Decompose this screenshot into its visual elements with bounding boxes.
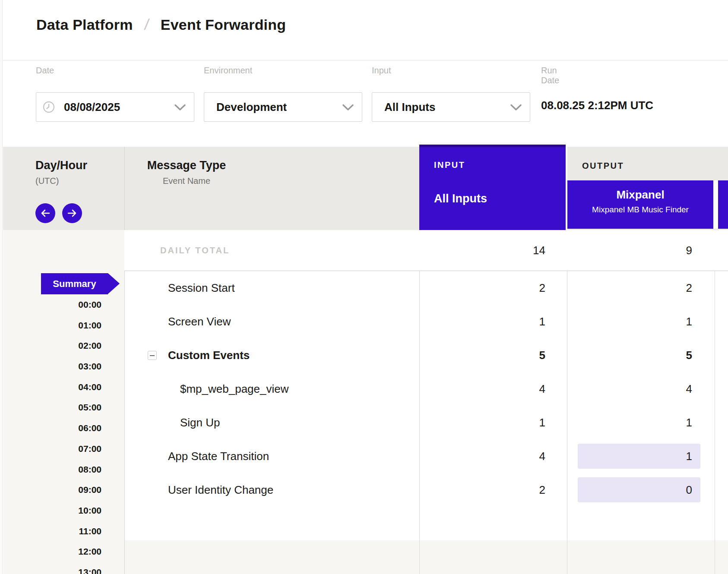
event-label: $mp_web_page_view (180, 372, 289, 406)
daily-total-label: DAILY TOTAL (160, 230, 230, 271)
output-column-header-mixpanel[interactable]: Mixpanel Mixpanel MB Music Finder (567, 180, 713, 229)
summary-row-marker: Summary (3, 273, 101, 294)
breadcrumb: Data Platform / Event Forwarding (36, 16, 286, 34)
hour-item[interactable]: 03:00 (3, 356, 101, 377)
hour-item[interactable]: 08:00 (3, 459, 101, 480)
hour-item[interactable]: 04:00 (3, 377, 101, 397)
input-value: All Inputs (384, 101, 435, 114)
input-count: 1 (539, 305, 545, 338)
environment-filter-label: Environment (204, 66, 252, 76)
input-count: 2 (539, 473, 545, 507)
hour-item[interactable]: 02:00 (3, 335, 101, 356)
output-count: 0 (686, 473, 692, 507)
clock-icon (42, 101, 55, 114)
arrow-left-icon (40, 209, 51, 218)
hour-item[interactable]: 00:00 (3, 294, 101, 315)
hour-item[interactable]: 06:00 (3, 418, 101, 438)
arrow-right-icon (67, 209, 77, 218)
date-dropdown[interactable]: 08/08/2025 (36, 92, 194, 122)
left-edge-panel (0, 0, 3, 574)
input-filter-label: Input (372, 66, 391, 76)
chevron-down-icon (342, 104, 354, 111)
table-header: Day/Hour (UTC) Message Type Event Name I… (3, 147, 728, 230)
hour-item[interactable]: 10:00 (3, 500, 101, 521)
event-label: Sign Up (180, 406, 220, 439)
table-row: Session Start 2 2 (124, 271, 728, 305)
table-row: Sign Up 1 1 (124, 406, 728, 439)
collapse-icon[interactable] (148, 351, 157, 360)
output-column-header-truncated[interactable] (718, 180, 728, 229)
top-bar: Data Platform / Event Forwarding (3, 0, 728, 60)
input-count: 4 (539, 372, 545, 406)
breadcrumb-section[interactable]: Data Platform (36, 16, 133, 33)
highlighted-cell (578, 444, 700, 469)
table-row: Screen View 1 1 (124, 305, 728, 338)
date-value: 08/08/2025 (64, 101, 120, 114)
table-row: App State Transition 4 1 (124, 439, 728, 473)
table-row: $mp_web_page_view 4 4 (124, 372, 728, 406)
date-filter-label: Date (36, 66, 54, 76)
event-label: Session Start (168, 271, 235, 305)
output-column-name: Mixpanel (567, 188, 713, 202)
next-day-button[interactable] (62, 203, 82, 223)
hour-item[interactable]: 13:00 (3, 562, 101, 574)
daily-total-output-value: 9 (686, 230, 692, 271)
output-section-label: OUTPUT (582, 161, 624, 171)
output-count: 4 (686, 372, 692, 406)
output-count: 1 (686, 406, 692, 439)
input-dropdown[interactable]: All Inputs (372, 92, 530, 122)
input-count: 4 (539, 439, 545, 473)
event-label: User Identity Change (168, 473, 273, 507)
event-label: Custom Events (168, 338, 250, 372)
environment-value: Development (216, 101, 287, 114)
event-label: Screen View (168, 305, 231, 338)
page-title: Event Forwarding (161, 16, 286, 33)
hour-item[interactable]: 12:00 (3, 542, 101, 562)
breadcrumb-separator: / (143, 16, 150, 34)
input-count: 5 (539, 338, 545, 372)
hour-item[interactable]: 09:00 (3, 479, 101, 500)
output-count: 1 (686, 305, 692, 338)
output-count: 5 (686, 338, 692, 372)
input-count: 2 (539, 271, 545, 305)
event-name-subtitle: Event Name (139, 176, 234, 186)
input-section-label: INPUT (434, 160, 465, 170)
output-column-subtitle: Mixpanel MB Music Finder (567, 205, 713, 214)
daily-total-input-value: 14 (533, 230, 545, 271)
empty-rows-area (124, 540, 728, 574)
event-forwarding-page: Data Platform / Event Forwarding Date 08… (0, 0, 728, 574)
day-hour-title: Day/Hour (35, 159, 87, 172)
output-count: 2 (686, 271, 692, 305)
message-type-header: Message Type Event Name (139, 159, 234, 186)
summary-tag[interactable]: Summary (41, 273, 108, 294)
table-row-custom-events: Custom Events 5 5 (124, 338, 728, 372)
chevron-down-icon (174, 104, 186, 111)
table-row: User Identity Change 2 0 (124, 473, 728, 507)
highlighted-cell (578, 477, 700, 502)
hour-item[interactable]: 05:00 (3, 397, 101, 418)
message-type-title: Message Type (139, 159, 234, 172)
filter-bar: Date 08/08/2025 Environment Development (3, 61, 728, 147)
day-navigation (35, 203, 82, 223)
hour-item[interactable]: 01:00 (3, 315, 101, 336)
hour-item[interactable]: 11:00 (3, 521, 101, 542)
input-column-header[interactable]: INPUT All Inputs (419, 145, 566, 230)
day-hour-header: Day/Hour (UTC) (35, 159, 87, 186)
chevron-down-icon (510, 104, 522, 111)
previous-day-button[interactable] (35, 203, 55, 223)
event-label: App State Transition (168, 439, 269, 473)
run-date-label: Run Date (541, 66, 559, 85)
output-count: 1 (686, 439, 692, 473)
input-count: 1 (539, 406, 545, 439)
hours-sidebar: Summary 00:00 01:00 02:00 03:00 04:00 05… (3, 273, 101, 574)
daily-total-row: DAILY TOTAL 14 9 (124, 230, 728, 271)
header-divider (713, 180, 718, 229)
run-date-value: 08.08.25 2:12PM UTC (541, 99, 653, 112)
hour-item[interactable]: 07:00 (3, 438, 101, 459)
day-hour-subtitle: (UTC) (35, 176, 87, 186)
input-column-name: All Inputs (434, 192, 487, 205)
environment-dropdown[interactable]: Development (204, 92, 362, 122)
